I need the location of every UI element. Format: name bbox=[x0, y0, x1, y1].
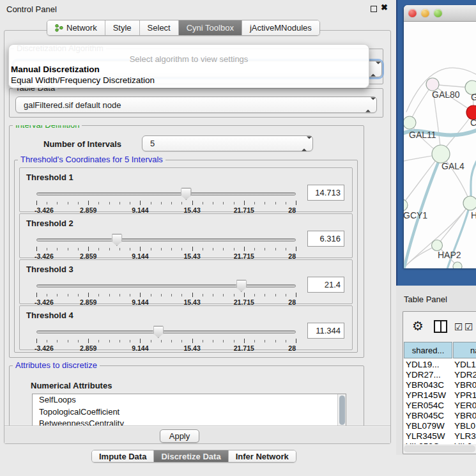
threshold-value-field[interactable]: 11.344 bbox=[307, 323, 344, 339]
threshold-box: Threshold 1-3.4262.8599.14415.4321.71528… bbox=[19, 167, 353, 212]
network-node[interactable] bbox=[426, 78, 439, 91]
network-node-label: GA bbox=[471, 92, 476, 102]
table-row[interactable]: YDL19...YDL1 bbox=[404, 360, 476, 370]
float-window-icon[interactable] bbox=[371, 6, 377, 12]
column-header-name[interactable]: na bbox=[453, 342, 476, 358]
threshold-value-field[interactable]: 21.4 bbox=[307, 277, 344, 293]
popup-option[interactable]: Manual Discretization bbox=[9, 64, 369, 75]
column-header-shared-name[interactable]: shared... bbox=[404, 342, 452, 358]
network-edge[interactable] bbox=[437, 203, 470, 245]
threshold-value-field[interactable]: 14.713 bbox=[307, 185, 344, 201]
network-node[interactable] bbox=[453, 262, 462, 268]
slider-track[interactable] bbox=[36, 238, 296, 242]
network-node[interactable] bbox=[404, 199, 408, 211]
table-row[interactable]: YPR145WYPR1 bbox=[404, 390, 476, 401]
threshold-slider[interactable]: -3.4262.8599.14415.4321.71528 bbox=[36, 284, 296, 306]
scale-label: -3.426 bbox=[35, 344, 54, 352]
gear-icon[interactable]: ⚙ bbox=[412, 318, 424, 334]
table-row[interactable]: YBR043CYBR0 bbox=[404, 380, 476, 390]
scale-label: 21.715 bbox=[234, 344, 254, 352]
network-node[interactable] bbox=[463, 196, 476, 210]
thresholds-group-title: Threshold's Coordinates for 5 Intervals bbox=[18, 155, 165, 164]
checkbox-icon[interactable]: ☑ bbox=[454, 321, 463, 333]
tab-style[interactable]: Style bbox=[105, 20, 140, 35]
checkbox-icon[interactable]: ☑ bbox=[464, 321, 473, 333]
close-icon[interactable]: ✖ bbox=[381, 3, 388, 12]
threshold-slider[interactable]: -3.4262.8599.14415.4321.71528 bbox=[36, 238, 296, 260]
tab-cyni-toolbox[interactable]: Cyni Toolbox bbox=[179, 20, 242, 35]
table-row[interactable]: YBL079WYBL0 bbox=[404, 421, 476, 431]
threshold-label: Threshold 3 bbox=[26, 265, 73, 274]
slider-thumb[interactable] bbox=[236, 280, 247, 292]
attribute-item[interactable]: TopologicalCoefficient bbox=[33, 406, 346, 418]
slider-thumb[interactable] bbox=[153, 326, 164, 338]
scale-label: 2.859 bbox=[80, 344, 96, 352]
scale-label: 9.144 bbox=[132, 344, 148, 352]
cell-shared-name: YBL079W bbox=[406, 421, 445, 431]
zoom-traffic-light-icon[interactable] bbox=[434, 9, 442, 17]
table-row[interactable]: YDR27...YDR2 bbox=[404, 370, 476, 380]
threshold-slider[interactable]: -3.4262.8599.14415.4321.71528 bbox=[36, 330, 296, 352]
cell-name: YBR0 bbox=[454, 380, 476, 390]
num-intervals-label: Number of Intervals bbox=[43, 139, 121, 149]
tab-infer-network[interactable]: Infer Network bbox=[229, 450, 296, 462]
cell-name: YBR0 bbox=[454, 411, 476, 421]
attributes-list-scrollbar[interactable] bbox=[337, 394, 346, 426]
threshold-slider[interactable]: -3.4262.8599.14415.4321.71528 bbox=[36, 192, 296, 214]
tab-label: jActiveMNodules bbox=[250, 23, 312, 33]
slider-track[interactable] bbox=[36, 284, 296, 288]
panel-title: Control Panel bbox=[6, 4, 57, 14]
table-row[interactable]: YER054CYER0 bbox=[404, 401, 476, 411]
tab-jactivemnodules[interactable]: jActiveMNodules bbox=[242, 20, 319, 35]
network-node[interactable] bbox=[432, 145, 450, 163]
num-intervals-combo[interactable]: 5 bbox=[142, 135, 313, 151]
network-node-label: GCY1 bbox=[404, 210, 427, 220]
split-table-icon[interactable] bbox=[434, 320, 447, 333]
cell-shared-name: YDL19... bbox=[406, 360, 440, 370]
combo-stepper-icon bbox=[365, 100, 371, 110]
network-node[interactable] bbox=[432, 240, 443, 251]
network-node[interactable] bbox=[404, 116, 416, 129]
close-traffic-light-icon[interactable] bbox=[408, 9, 417, 17]
bottom-tab-bar: Impute DataDiscretize DataInfer Network bbox=[91, 450, 296, 463]
tab-impute-data[interactable]: Impute Data bbox=[92, 450, 154, 462]
popup-placeholder: Select algorithm to view settings bbox=[9, 54, 369, 64]
threshold-label: Threshold 4 bbox=[26, 311, 73, 320]
table-row[interactable]: YBR045CYBR0 bbox=[404, 411, 476, 421]
node-table: shared... na YDL19...YDL1YDR27...YDR2YBR… bbox=[404, 342, 476, 444]
cell-shared-name: YBR043C bbox=[406, 380, 444, 390]
network-node-label: GAL11 bbox=[409, 130, 436, 140]
slider-ticks bbox=[36, 247, 296, 252]
slider-track[interactable] bbox=[36, 330, 296, 334]
tab-label: Discretize Data bbox=[161, 452, 220, 461]
attributes-list[interactable]: SelfLoopsTopologicalCoefficientBetweenne… bbox=[32, 394, 346, 426]
tab-label: Style bbox=[113, 23, 132, 33]
threshold-box: Threshold 2-3.4262.8599.14415.4321.71528… bbox=[19, 213, 353, 258]
network-node-label: H bbox=[471, 210, 476, 220]
slider-thumb[interactable] bbox=[181, 188, 192, 200]
cell-name: YPR1 bbox=[454, 390, 476, 401]
attribute-item[interactable]: SelfLoops bbox=[33, 394, 346, 406]
cell-shared-name: YPR145W bbox=[406, 390, 446, 401]
slider-track[interactable] bbox=[36, 192, 296, 196]
attribute-item[interactable]: BetweennessCentrality bbox=[33, 418, 346, 426]
table-hscrollbar[interactable] bbox=[404, 445, 475, 452]
scale-label: 15.43 bbox=[183, 344, 200, 352]
threshold-label: Threshold 1 bbox=[26, 173, 73, 182]
attributes-group-title: Attributes to discretize bbox=[13, 361, 100, 370]
tab-select[interactable]: Select bbox=[140, 20, 179, 35]
minimize-traffic-light-icon[interactable] bbox=[421, 9, 429, 17]
table-data-combo[interactable]: galFiltered.sif default node bbox=[15, 96, 377, 113]
combo-stepper-icon bbox=[371, 65, 376, 74]
screen: Control Panel ✖ NetworkStyleSelectCyni T… bbox=[0, 0, 476, 476]
apply-button[interactable]: Apply bbox=[160, 429, 199, 443]
network-edge[interactable] bbox=[404, 154, 441, 205]
popup-option[interactable]: Equal Width/Frequency Discretization bbox=[9, 75, 369, 86]
tab-network[interactable]: Network bbox=[47, 20, 105, 35]
network-canvas[interactable]: GAL80GACGAL11GAL4GCY1HHAP2 bbox=[404, 22, 476, 268]
threshold-value-field[interactable]: 6.316 bbox=[307, 231, 344, 247]
slider-thumb[interactable] bbox=[111, 234, 122, 246]
table-row[interactable]: YLR345WYLR3 bbox=[404, 431, 476, 441]
table-row[interactable]: YIL052CYIL0 bbox=[404, 441, 476, 444]
tab-discretize-data[interactable]: Discretize Data bbox=[154, 450, 228, 462]
